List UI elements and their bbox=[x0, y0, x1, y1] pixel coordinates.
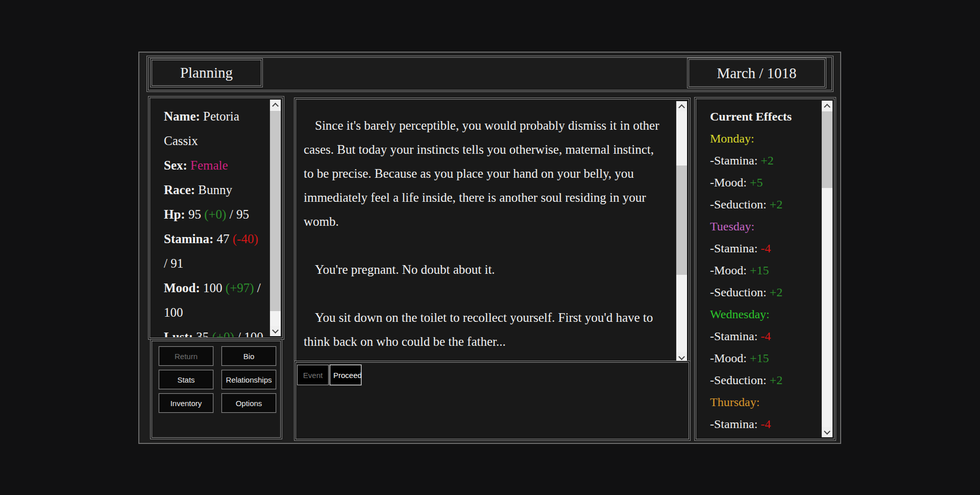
effect-stat-value: +2 bbox=[761, 154, 774, 167]
top-bar: Planning March / 1018 bbox=[146, 56, 834, 92]
action-button-event[interactable]: Event bbox=[297, 365, 329, 385]
effect-stat-line: -Stamina: -4 bbox=[710, 238, 818, 260]
scrollbar-thumb[interactable] bbox=[822, 111, 832, 188]
stat-line: Race: Bunny bbox=[164, 178, 264, 202]
chevron-up-icon bbox=[678, 104, 685, 111]
effect-stat-name: -Stamina: bbox=[710, 329, 761, 343]
stat-part-label: Sex: bbox=[164, 158, 190, 172]
scrollbar-track[interactable] bbox=[676, 111, 687, 352]
effect-stat-name: -Stamina: bbox=[710, 242, 761, 255]
stat-part-label: Mood: bbox=[164, 281, 203, 295]
action-panel: EventProceed bbox=[294, 361, 691, 441]
effect-day-label: Wednesday: bbox=[710, 303, 818, 325]
effect-stat-value: +15 bbox=[750, 264, 769, 277]
scroll-up-button[interactable] bbox=[822, 101, 832, 111]
stat-line: Stamina: 47 (-40) / 91 bbox=[164, 227, 264, 276]
effect-day-label: Thursday: bbox=[710, 391, 818, 413]
menu-panel: ReturnBioStatsRelationshipsInventoryOpti… bbox=[150, 339, 282, 439]
effect-stat-line: -Seduction: +2 bbox=[710, 369, 818, 391]
story-panel: Since it's barely perceptible, you would… bbox=[294, 98, 691, 366]
stat-part-text: / 91 bbox=[164, 256, 183, 270]
effect-stat-value: +15 bbox=[750, 351, 769, 365]
effects-panel-scrollbar[interactable] bbox=[821, 101, 832, 437]
scrollbar-thumb[interactable] bbox=[270, 111, 281, 311]
stat-line: Hp: 95 (+0) / 95 bbox=[164, 202, 264, 227]
effect-stat-name: -Stamina: bbox=[710, 417, 761, 431]
effect-stat-value: -4 bbox=[761, 417, 771, 431]
effect-stat-line: -Seduction: +2 bbox=[710, 281, 818, 303]
scroll-up-button[interactable] bbox=[270, 100, 281, 110]
effect-stat-name: -Mood: bbox=[710, 351, 750, 365]
effect-stat-line: -Stamina: -4 bbox=[710, 413, 818, 435]
effect-stat-value: +2 bbox=[770, 373, 783, 387]
effect-stat-name: -Seduction: bbox=[710, 373, 770, 387]
effects-list: Monday:-Stamina: +2-Mood: +5-Seduction: … bbox=[710, 128, 818, 435]
scroll-down-button[interactable] bbox=[822, 427, 832, 437]
character-panel: Name: Petoria CassixSex: FemaleRace: Bun… bbox=[148, 96, 284, 340]
menu-buttons: ReturnBioStatsRelationshipsInventoryOpti… bbox=[159, 346, 276, 413]
stat-part-text: / 100 bbox=[234, 330, 263, 337]
stat-part-label: Name: bbox=[164, 109, 203, 123]
stat-part-label: Stamina: bbox=[164, 232, 216, 246]
effect-stat-line: -Mood: +15 bbox=[710, 347, 818, 369]
effect-stat-name: -Stamina: bbox=[710, 154, 761, 167]
stat-part-text: 100 bbox=[203, 281, 226, 295]
effect-stat-name: -Seduction: bbox=[710, 286, 770, 299]
stat-line: Name: Petoria Cassix bbox=[164, 104, 264, 153]
stat-line: Lust: 35 (+0) / 100 bbox=[164, 325, 264, 337]
effect-stat-line: -Stamina: -4 bbox=[710, 325, 818, 347]
date-box: March / 1018 bbox=[687, 58, 826, 88]
story-panel-scrollbar[interactable] bbox=[676, 101, 687, 363]
effect-stat-value: +5 bbox=[750, 176, 763, 189]
effect-stat-value: -4 bbox=[761, 242, 771, 255]
story-text: Since it's barely perceptible, you would… bbox=[297, 100, 673, 364]
stat-line: Sex: Female bbox=[164, 153, 264, 178]
stat-part-label: Hp: bbox=[164, 207, 188, 221]
character-panel-scrollbar[interactable] bbox=[270, 100, 281, 336]
game-window: Planning March / 1018 Name: Petoria Cass… bbox=[138, 52, 841, 444]
effect-stat-line: -Seduction: +2 bbox=[710, 194, 818, 216]
stat-part-negative: (-40) bbox=[233, 232, 258, 246]
effect-stat-line: -Mood: +15 bbox=[710, 260, 818, 281]
scrollbar-thumb[interactable] bbox=[676, 166, 687, 275]
screen-title: Planning bbox=[151, 59, 262, 87]
story-paragraph: Since it's barely perceptible, you would… bbox=[304, 113, 659, 233]
story-paragraph: You're pregnant. No doubt about it. bbox=[304, 257, 659, 281]
scroll-down-button[interactable] bbox=[270, 326, 281, 336]
stat-part-positive: (+0) bbox=[204, 207, 226, 221]
effect-stat-name: -Seduction: bbox=[710, 198, 770, 211]
chevron-up-icon bbox=[824, 104, 830, 110]
effects-content: Current Effects Monday:-Stamina: +2-Mood… bbox=[697, 100, 820, 438]
chevron-up-icon bbox=[272, 103, 279, 109]
effect-stat-value: +2 bbox=[770, 198, 783, 211]
chevron-down-icon bbox=[678, 353, 685, 360]
stat-part-text: 95 bbox=[188, 207, 204, 221]
effect-stat-line: -Stamina: +2 bbox=[710, 150, 818, 172]
effect-stat-value: +2 bbox=[770, 286, 783, 299]
effect-stat-name: -Mood: bbox=[710, 176, 750, 189]
menu-button-relationships[interactable]: Relationships bbox=[222, 370, 276, 389]
scroll-up-button[interactable] bbox=[676, 101, 687, 111]
stat-part-positive: (+0) bbox=[212, 330, 234, 337]
scrollbar-track[interactable] bbox=[270, 110, 281, 326]
stat-part-positive: (+97) bbox=[226, 281, 254, 295]
stat-part-label: Lust: bbox=[164, 330, 196, 337]
scrollbar-track[interactable] bbox=[822, 111, 832, 427]
stat-part-text: / 95 bbox=[226, 207, 249, 221]
chevron-down-icon bbox=[824, 428, 830, 435]
action-buttons: EventProceed bbox=[297, 365, 361, 385]
date-label: March / 1018 bbox=[688, 58, 826, 88]
menu-button-options[interactable]: Options bbox=[222, 393, 276, 413]
action-button-proceed[interactable]: Proceed bbox=[330, 365, 361, 385]
menu-button-bio[interactable]: Bio bbox=[222, 346, 276, 366]
stat-part-female: Female bbox=[190, 158, 228, 172]
effects-title: Current Effects bbox=[710, 106, 818, 128]
effect-day-label: Tuesday: bbox=[710, 216, 818, 238]
effect-stat-value: -4 bbox=[761, 329, 771, 343]
stat-part-text: 47 bbox=[216, 232, 232, 246]
menu-button-stats[interactable]: Stats bbox=[159, 370, 213, 389]
menu-button-inventory[interactable]: Inventory bbox=[159, 393, 213, 413]
character-stats: Name: Petoria CassixSex: FemaleRace: Bun… bbox=[151, 99, 268, 337]
stat-part-text: 35 bbox=[196, 330, 212, 337]
menu-button-return[interactable]: Return bbox=[159, 346, 213, 366]
